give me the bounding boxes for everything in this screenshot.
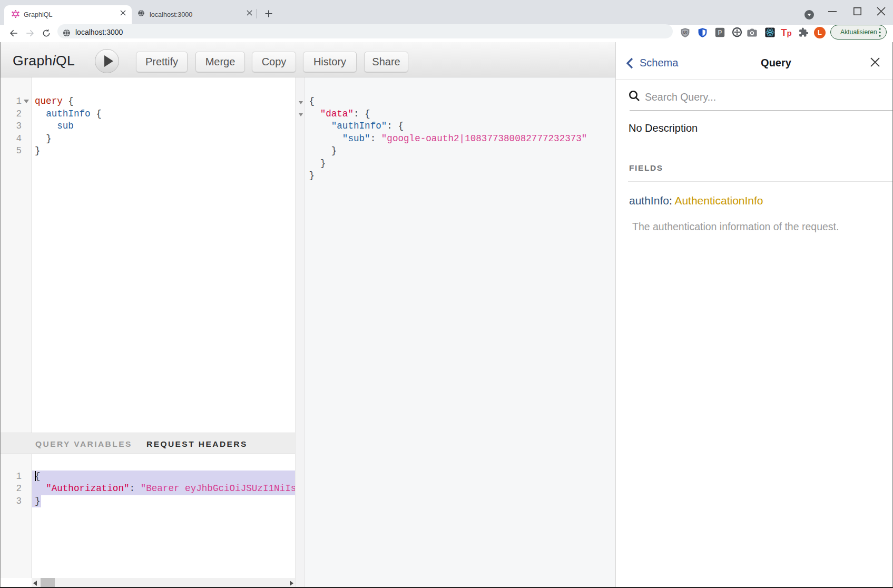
svg-text:P: P (718, 29, 722, 36)
svg-text:U0: U0 (683, 31, 688, 34)
